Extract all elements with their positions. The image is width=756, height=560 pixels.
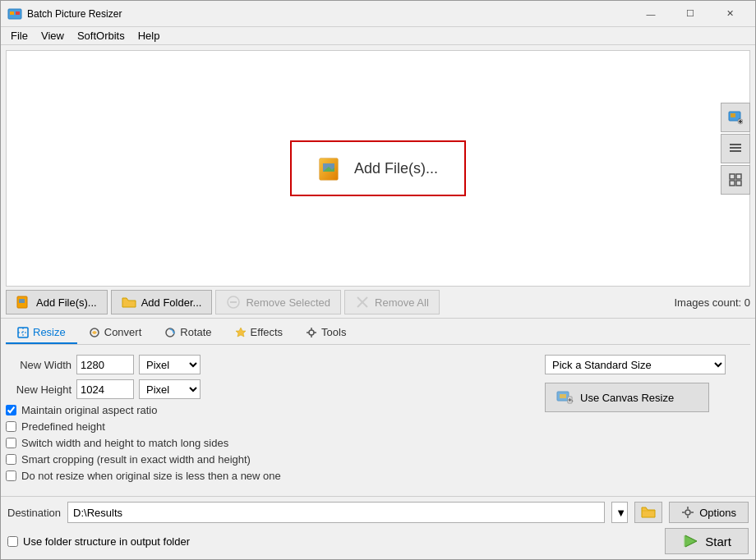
rotate-tab-icon	[164, 327, 176, 338]
settings-panel: Resize Convert Rotate	[1, 318, 755, 496]
resize-left-panel: New Width Pixel Percent cm inch New Heig…	[6, 355, 528, 486]
maintain-aspect-ratio-label: Maintain original aspect ratio	[21, 404, 157, 416]
switch-width-height-checkbox[interactable]	[6, 438, 16, 448]
width-label: New Width	[6, 359, 71, 371]
add-files-icon	[16, 295, 31, 310]
tab-resize[interactable]: Resize	[6, 322, 77, 344]
add-folder-label: Add Folder...	[141, 296, 202, 309]
destination-dropdown[interactable]: ▼	[611, 502, 628, 523]
remove-all-label: Remove All	[375, 296, 429, 309]
list-icon	[728, 141, 743, 156]
maximize-button[interactable]: ☐	[671, 2, 709, 26]
resize-right-panel: Pick a Standard Size 640x480 800x600 102…	[545, 355, 750, 486]
add-files-label: Add File(s)...	[36, 296, 97, 309]
height-input[interactable]	[76, 379, 134, 399]
maintain-aspect-ratio-checkbox[interactable]	[6, 405, 16, 415]
content-area: Add File(s)...	[1, 45, 755, 559]
tab-tools[interactable]: Tools	[294, 322, 357, 344]
add-files-button[interactable]: Add File(s)...	[6, 290, 108, 314]
convert-tab-icon	[89, 327, 100, 338]
effects-tab-icon	[235, 327, 247, 338]
smart-cropping-checkbox[interactable]	[6, 454, 16, 465]
add-folder-button[interactable]: Add Folder...	[111, 290, 213, 314]
smart-cropping-label: Smart cropping (result in exact width an…	[21, 453, 251, 466]
add-files-large-icon	[318, 155, 344, 181]
height-row: New Height Pixel Percent cm inch	[6, 379, 528, 399]
standard-size-select[interactable]: Pick a Standard Size 640x480 800x600 102…	[545, 355, 726, 374]
tab-convert-label: Convert	[104, 326, 142, 338]
options-label: Options	[699, 507, 736, 519]
svg-rect-16	[730, 174, 735, 179]
tab-resize-label: Resize	[33, 326, 66, 338]
height-label: New Height	[6, 383, 71, 396]
bottom-controls-row: Use folder structure in output folder St…	[7, 528, 749, 554]
remove-selected-button[interactable]: Remove Selected	[215, 290, 341, 314]
tab-rotate-label: Rotate	[180, 326, 211, 338]
title-bar: Batch Picture Resizer — ☐ ✕	[1, 1, 755, 27]
use-canvas-resize-label: Use Canvas Resize	[580, 392, 674, 404]
width-row: New Width Pixel Percent cm inch	[6, 355, 528, 374]
svg-rect-19	[736, 181, 741, 186]
add-folder-icon	[122, 295, 136, 310]
folder-structure-checkbox[interactable]	[7, 536, 18, 547]
destination-input[interactable]	[67, 502, 605, 523]
remove-all-icon	[355, 295, 370, 310]
main-toolbar: Add File(s)... Add Folder... Remove Sele…	[1, 287, 755, 318]
right-toolbar-btn-3[interactable]	[721, 165, 750, 195]
predefined-height-label: Predefined height	[21, 420, 105, 433]
folder-structure-label: Use folder structure in output folder	[23, 535, 190, 548]
add-files-large-label: Add File(s)...	[354, 160, 438, 177]
tab-effects[interactable]: Effects	[224, 322, 295, 344]
use-canvas-resize-button[interactable]: Use Canvas Resize	[545, 383, 709, 412]
images-count: Images count: 0	[675, 296, 751, 309]
tab-convert[interactable]: Convert	[77, 322, 154, 344]
tabs-row: Resize Convert Rotate	[6, 319, 750, 345]
svg-point-43	[685, 510, 690, 515]
predefined-height-row: Predefined height	[6, 420, 528, 433]
right-buttons: Start	[665, 528, 749, 554]
destination-row: Destination ▼	[7, 502, 749, 523]
minimize-button[interactable]: —	[632, 2, 670, 26]
svg-rect-1	[10, 11, 14, 15]
app-icon	[7, 7, 22, 21]
maintain-aspect-ratio-row: Maintain original aspect ratio	[6, 404, 528, 416]
image-drop-area[interactable]: Add File(s)...	[6, 50, 750, 287]
resize-tab-icon	[17, 327, 29, 338]
width-input[interactable]	[76, 355, 134, 374]
do-not-resize-label: Do not resize when original size is less…	[21, 470, 281, 482]
menu-file[interactable]: File	[4, 28, 35, 44]
menu-softorbits[interactable]: SoftOrbits	[71, 28, 131, 44]
image-add-icon	[728, 110, 743, 125]
predefined-height-checkbox[interactable]	[6, 421, 16, 432]
svg-rect-17	[736, 174, 741, 179]
start-button[interactable]: Start	[665, 528, 749, 554]
remove-selected-icon	[226, 295, 241, 310]
svg-rect-8	[731, 113, 735, 117]
right-toolbar-btn-2[interactable]	[721, 134, 750, 163]
height-unit-select[interactable]: Pixel Percent cm inch	[139, 379, 201, 399]
menu-help[interactable]: Help	[131, 28, 167, 44]
right-toolbar-btn-1[interactable]	[721, 103, 750, 132]
tab-tools-label: Tools	[321, 326, 346, 338]
svg-point-33	[309, 330, 314, 335]
svg-rect-18	[730, 181, 735, 186]
options-button[interactable]: Options	[669, 502, 749, 523]
remove-all-button[interactable]: Remove All	[344, 290, 440, 314]
switch-width-height-row: Switch width and height to match long si…	[6, 437, 528, 449]
options-icon	[681, 506, 694, 519]
remove-selected-label: Remove Selected	[246, 296, 330, 309]
resize-settings: New Width Pixel Percent cm inch New Heig…	[6, 350, 750, 491]
destination-browse-button[interactable]	[634, 502, 662, 523]
width-unit-select[interactable]: Pixel Percent cm inch	[139, 355, 201, 374]
start-icon	[682, 533, 698, 549]
tab-rotate[interactable]: Rotate	[153, 322, 223, 344]
app-title: Batch Picture Resizer	[27, 8, 632, 20]
close-button[interactable]: ✕	[711, 2, 749, 26]
add-files-large-button[interactable]: Add File(s)...	[290, 140, 466, 196]
start-label: Start	[705, 535, 731, 549]
do-not-resize-checkbox[interactable]	[6, 470, 16, 481]
switch-width-height-label: Switch width and height to match long si…	[21, 437, 228, 449]
menu-view[interactable]: View	[35, 28, 71, 44]
bottom-bar: Destination ▼	[1, 496, 755, 559]
folder-structure-row: Use folder structure in output folder	[7, 535, 190, 548]
